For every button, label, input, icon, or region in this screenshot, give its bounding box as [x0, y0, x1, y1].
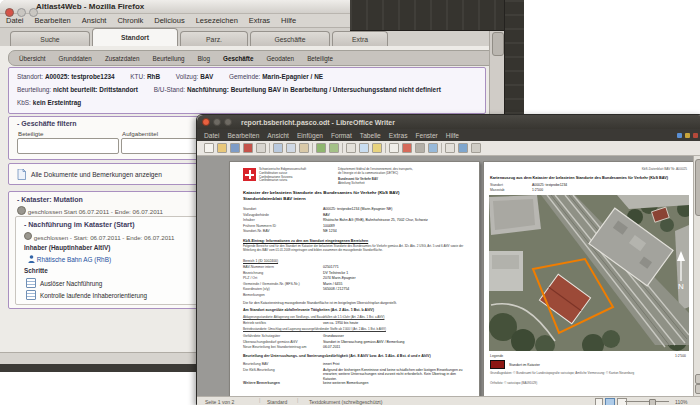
tab-extra[interactable]: Extra	[332, 31, 388, 46]
bereich-title: Bereich 1 (ID 1002400)	[243, 259, 278, 263]
save-icon[interactable]	[230, 143, 240, 153]
menu-hilfe[interactable]: Hilfe	[446, 132, 459, 139]
writer-titlebar[interactable]: report.bsbericht.pasco.odt - LibreOffice…	[197, 115, 700, 129]
menu-delicious[interactable]: Delicious	[154, 16, 184, 25]
tab-standort[interactable]: Standort	[92, 28, 178, 46]
section-kbs-eintrag: KbS-Eintrag: Informationen zu den am Sta…	[243, 239, 368, 244]
maximize-icon[interactable]	[224, 118, 232, 126]
beteiligte-input[interactable]	[17, 138, 119, 154]
menu-extras[interactable]: Extras	[249, 16, 270, 25]
step-label[interactable]: Auslöser Nachführung	[40, 280, 192, 287]
activities-title: Am Standort ausgeübte abfallrelevante Tä…	[243, 308, 469, 313]
menu-hilfe[interactable]: Hilfe	[281, 16, 296, 25]
map-title: Kartenauszug aus dem Kataster der belast…	[490, 176, 688, 180]
menu-bearbeiten[interactable]: Bearbeiten	[35, 16, 71, 25]
subtab-uebersicht[interactable]: Übersicht	[19, 55, 46, 62]
gallery-icon[interactable]	[428, 143, 438, 153]
svg-text:N: N	[678, 282, 684, 291]
subtab-geschaefte-active[interactable]: Geschäfte	[223, 55, 253, 62]
menu-chronik[interactable]: Chronik	[117, 16, 143, 25]
subtab-grunddaten[interactable]: Grunddaten	[59, 55, 92, 62]
plan-note: Die für den Katastereintrag massgebende …	[243, 301, 469, 305]
subtab-zusatzdaten[interactable]: Zusatzdaten	[105, 55, 140, 62]
minimize-icon[interactable]	[213, 118, 221, 126]
new-document-icon[interactable]	[204, 143, 214, 153]
writer-vertical-scrollbar[interactable]	[693, 156, 700, 396]
find-icon[interactable]	[389, 143, 399, 153]
menu-tabelle[interactable]: Tabelle	[360, 132, 381, 139]
all-documents-link[interactable]: Alle Dokumente und Bemerkungen anzeigen	[31, 171, 162, 178]
background-window-fragment	[504, 0, 524, 125]
schritte-label: Schritte	[24, 267, 48, 274]
indicator-icon[interactable]	[677, 133, 682, 138]
menu-bearbeiten[interactable]: Bearbeiten	[227, 132, 259, 139]
tab-suche[interactable]: Suche	[10, 31, 90, 46]
subtab-beteiligte[interactable]: Beteiligte	[307, 55, 333, 62]
menu-extras[interactable]: Extras	[389, 132, 408, 139]
menu-lesezeichen[interactable]: Lesezeichen	[196, 16, 238, 25]
info-line-3: KbS:kein Ersteintrag	[17, 99, 95, 106]
redo-icon[interactable]	[329, 143, 339, 153]
navigator-icon[interactable]	[415, 143, 425, 153]
zoom-slider-track[interactable]	[625, 401, 669, 402]
zoom-slider-handle[interactable]	[649, 399, 656, 405]
menu-datei[interactable]: Datei	[6, 16, 24, 25]
export-pdf-icon[interactable]	[243, 143, 253, 153]
close-icon[interactable]	[202, 118, 210, 126]
single-page-view-icon[interactable]	[595, 398, 603, 405]
tab-parz[interactable]: Parz.	[180, 31, 248, 46]
menu-einfuegen[interactable]: Einfügen	[297, 132, 323, 139]
subtab-blog[interactable]: Blog	[197, 55, 210, 62]
menu-fenster[interactable]: Fenster	[415, 132, 437, 139]
table-icon[interactable]	[346, 143, 356, 153]
tab-geschaefte[interactable]: Geschäfte	[250, 31, 330, 46]
step-label[interactable]: Kontrolle laufende Inhaberorientierung	[40, 292, 192, 299]
image-icon[interactable]	[359, 143, 369, 153]
map-scale: 1:2'500	[675, 354, 686, 358]
collapse-icon[interactable]: -	[17, 196, 19, 203]
nachfuehrung-header[interactable]: - Nachführung im Kataster (Start)	[24, 221, 134, 228]
indicator-icon[interactable]	[693, 133, 698, 138]
inhaber-entry[interactable]: Rhätische Bahn AG (RhB)	[28, 255, 111, 263]
subtab-bar: Übersicht Grunddaten Zusatzdaten Beurtei…	[8, 50, 496, 66]
kataster-header[interactable]: - Kataster: Mutation	[17, 196, 83, 203]
cut-icon[interactable]	[273, 143, 283, 153]
credit-line-2: Orthofoto: © swisstopo (BA091029)	[490, 382, 686, 386]
subtab-geodaten[interactable]: Geodaten	[266, 55, 294, 62]
status-page: Seite 1 von 2	[205, 399, 234, 405]
subtab-beurteilung[interactable]: Beurteilung	[153, 55, 185, 62]
activity-line-2: Betriebsstandorte: Umschlag und Lagerung…	[243, 328, 469, 332]
copy-icon[interactable]	[286, 143, 296, 153]
undo-icon[interactable]	[316, 143, 326, 153]
scrollbar-thumb[interactable]	[492, 32, 504, 56]
view-layout-buttons[interactable]	[595, 398, 627, 405]
multi-page-view-icon[interactable]	[605, 398, 615, 405]
collapse-icon[interactable]: -	[24, 221, 26, 228]
spelling-icon[interactable]	[402, 143, 412, 153]
filter-header[interactable]: - Geschäfte filtern	[17, 120, 77, 127]
document-area: Schweizerische Eidgenossenschaft Confédé…	[197, 156, 700, 405]
menu-datei[interactable]: Datei	[204, 132, 219, 139]
open-icon[interactable]	[217, 143, 227, 153]
chart-icon[interactable]	[372, 143, 382, 153]
scrollbar-thumb[interactable]	[695, 159, 700, 216]
paste-icon[interactable]	[299, 143, 309, 153]
judgement-fields: Beurteilung BAVinnert Frist Die KbS-Beur…	[243, 362, 469, 386]
menu-format[interactable]: Format	[331, 132, 352, 139]
collapse-icon[interactable]: -	[17, 120, 19, 127]
indicator-icon[interactable]	[685, 133, 690, 138]
zoom-icon[interactable]	[445, 143, 455, 153]
standort-fields: StandortA00025: testprobe1234 (Marin-Epa…	[243, 207, 469, 235]
task-icon	[26, 278, 36, 288]
fields-icon[interactable]	[471, 143, 481, 153]
menu-ansicht[interactable]: Ansicht	[267, 132, 289, 139]
help-icon[interactable]	[458, 143, 468, 153]
next-page-button[interactable]	[695, 384, 700, 394]
window-title: report.bsbericht.pasco.odt - LibreOffice…	[241, 119, 395, 126]
print-icon[interactable]	[256, 143, 266, 153]
menu-ansicht[interactable]: Ansicht	[82, 16, 107, 25]
desktop: Altlast4Web - Mozilla Firefox Datei Bear…	[0, 0, 700, 405]
previous-page-button[interactable]	[695, 374, 700, 384]
standort-info-box: Standort:A00025: testprobe1234 KTU:RhB V…	[8, 67, 486, 114]
task-icon	[26, 290, 36, 300]
